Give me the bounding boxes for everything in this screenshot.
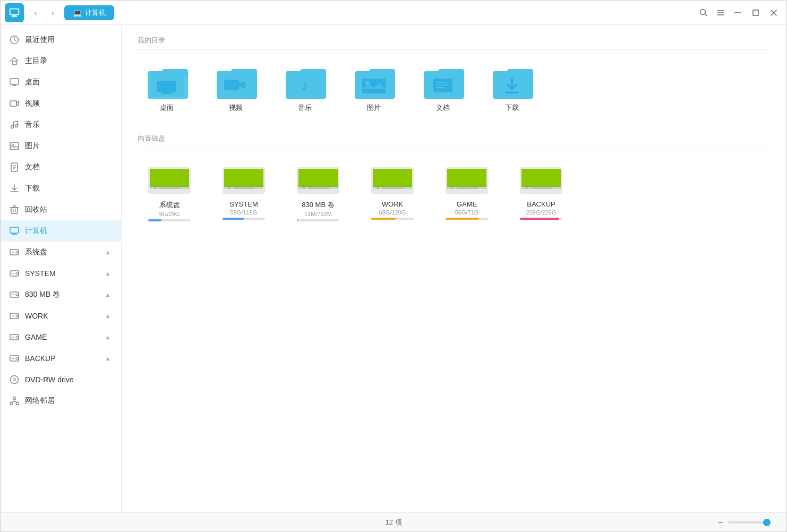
- sidebar-item-desktop[interactable]: 桌面: [1, 72, 121, 93]
- slider-thumb[interactable]: [763, 519, 771, 526]
- eject-button[interactable]: ▲: [103, 269, 113, 278]
- svg-rect-96: [234, 187, 255, 189]
- close-button[interactable]: [765, 5, 782, 20]
- menu-button[interactable]: [712, 5, 729, 20]
- back-button[interactable]: ‹: [28, 5, 43, 20]
- svg-rect-87: [150, 169, 189, 185]
- sidebar-item-video[interactable]: 视频: [1, 93, 121, 114]
- current-tab[interactable]: 💻 计算机: [64, 5, 114, 20]
- disk-icon: [9, 289, 20, 300]
- slider-track[interactable]: [728, 521, 771, 524]
- statusbar: 12 项: [1, 512, 786, 531]
- network-icon: [9, 396, 20, 406]
- eject-button[interactable]: ▲: [103, 311, 113, 321]
- sidebar-item-830mb[interactable]: 830 MB 卷 ▲: [1, 284, 121, 305]
- disk-icon: [9, 311, 20, 321]
- sidebar-item-trash[interactable]: 回收站: [1, 199, 121, 220]
- disk-icon: [517, 162, 565, 198]
- nav-buttons: ‹ ›: [28, 5, 60, 20]
- eject-button[interactable]: ▲: [103, 247, 113, 257]
- sidebar-item-label: 830 MB 卷: [25, 290, 98, 299]
- trash-icon: [9, 204, 20, 215]
- pictures-icon: [9, 141, 20, 151]
- sidebar-item-computer[interactable]: 计算机: [1, 220, 121, 242]
- minimize-button[interactable]: [729, 5, 746, 20]
- forward-button[interactable]: ›: [45, 5, 60, 20]
- sidebar-item-label: SYSTEM: [25, 269, 98, 278]
- disk-bar-fill: [297, 219, 298, 221]
- app-logo: [5, 3, 24, 22]
- desktop-icon: [9, 77, 20, 88]
- svg-rect-121: [718, 522, 723, 523]
- sidebar-item-pictures[interactable]: 图片: [1, 135, 121, 157]
- disk-label: BACKUP: [527, 200, 555, 208]
- sidebar-item-home[interactable]: 主目录: [1, 50, 121, 72]
- disk-item-830mb[interactable]: 830 MB 卷 11M/792M: [286, 157, 350, 227]
- content-area: 我的目录 桌面: [122, 25, 786, 512]
- search-icon: [699, 8, 708, 17]
- sidebar-item-label: 最近使用: [25, 35, 113, 45]
- maximize-button[interactable]: [747, 5, 764, 20]
- folder-label: 桌面: [160, 103, 174, 113]
- disk-icon: [443, 162, 491, 198]
- folder-documents-icon: [422, 64, 464, 100]
- disk-bar-fill: [223, 218, 244, 220]
- svg-rect-3: [11, 9, 19, 14]
- folder-item-music[interactable]: ♪ 音乐: [276, 58, 334, 118]
- disk-item-system[interactable]: SYSTEM 59G/118G: [212, 157, 276, 227]
- internal-disks-title: 内置磁盘: [138, 134, 771, 148]
- home-icon: [9, 56, 20, 66]
- disk-item-game[interactable]: GAME 56G/71G: [435, 157, 499, 227]
- sidebar-item-label: 下载: [25, 184, 113, 193]
- sidebar-item-downloads[interactable]: 下载: [1, 178, 121, 199]
- sidebar-item-label: 音乐: [25, 120, 113, 130]
- svg-rect-90: [159, 187, 181, 189]
- folder-item-video[interactable]: 视频: [207, 58, 265, 118]
- search-button[interactable]: [695, 5, 712, 20]
- disk-usage: 11M/792M: [304, 211, 332, 217]
- sidebar-item-system[interactable]: SYSTEM ▲: [1, 263, 121, 284]
- eject-button[interactable]: ▲: [103, 354, 113, 363]
- disk-item-work[interactable]: WORK 68G/120G: [361, 157, 424, 227]
- main-area: 最近使用 主目录 桌面 视频: [1, 25, 786, 512]
- folder-item-pictures[interactable]: 图片: [345, 58, 403, 118]
- sidebar-item-game[interactable]: GAME ▲: [1, 327, 121, 348]
- disk-item-backup[interactable]: BACKUP 209G/226G: [509, 157, 573, 227]
- folder-item-downloads[interactable]: 下载: [483, 58, 541, 118]
- svg-rect-69: [161, 92, 172, 94]
- folder-item-desktop[interactable]: 桌面: [138, 58, 196, 118]
- svg-rect-38: [10, 227, 19, 233]
- sidebar-item-label: 桌面: [25, 78, 113, 87]
- sidebar-item-label: 视频: [25, 99, 113, 108]
- disk-icon: [9, 247, 20, 258]
- clock-icon: [9, 35, 20, 45]
- eject-button[interactable]: ▲: [103, 332, 113, 342]
- sidebar-item-documents[interactable]: 文档: [1, 157, 121, 178]
- svg-rect-114: [457, 187, 478, 189]
- disk-item-systemdisk[interactable]: 系统盘 9G/29G: [138, 157, 201, 227]
- sidebar-item-backup[interactable]: BACKUP ▲: [1, 348, 121, 369]
- folder-item-documents[interactable]: 文档: [414, 58, 472, 118]
- sidebar-item-label: WORK: [25, 312, 98, 320]
- sidebar-item-recent[interactable]: 最近使用: [1, 29, 121, 50]
- svg-line-25: [14, 121, 18, 122]
- svg-point-89: [154, 187, 156, 189]
- sidebar-item-dvd[interactable]: DVD-RW drive: [1, 369, 121, 390]
- svg-point-60: [13, 379, 16, 381]
- disk-bar-fill: [446, 218, 479, 220]
- sidebar-item-network[interactable]: 网络邻居: [1, 390, 121, 411]
- svg-point-54: [16, 336, 18, 338]
- eject-button[interactable]: ▲: [103, 290, 113, 299]
- sidebar-item-music[interactable]: 音乐: [1, 114, 121, 135]
- folder-label: 视频: [229, 103, 243, 113]
- svg-point-101: [303, 187, 305, 189]
- sidebar-item-systemdisk[interactable]: 系统盘 ▲: [1, 242, 121, 263]
- video-icon: [9, 98, 20, 109]
- svg-line-66: [14, 401, 18, 402]
- disk-label: GAME: [457, 200, 477, 208]
- svg-rect-117: [521, 169, 561, 185]
- sidebar-item-work[interactable]: WORK ▲: [1, 305, 121, 327]
- svg-point-113: [451, 187, 454, 189]
- disk-icon: [9, 353, 20, 364]
- svg-rect-33: [11, 208, 18, 213]
